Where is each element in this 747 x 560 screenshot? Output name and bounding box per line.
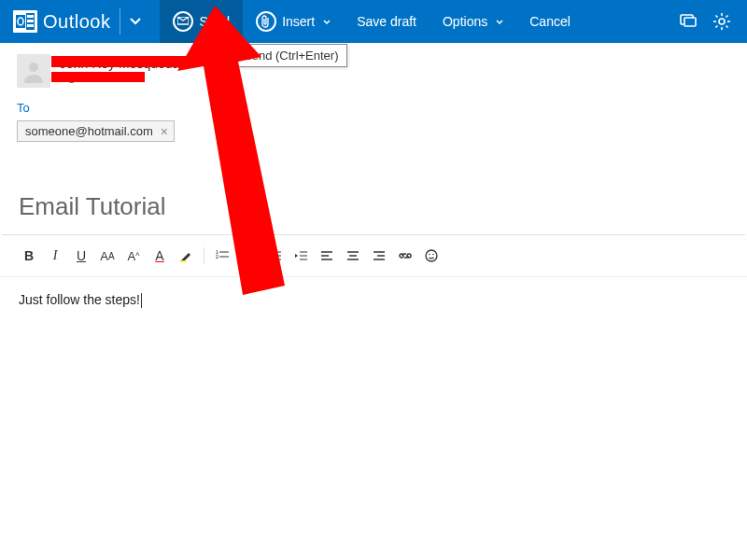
options-button[interactable]: Options: [430, 0, 516, 43]
message-body[interactable]: Just follow the steps!: [0, 277, 747, 323]
to-label[interactable]: To: [17, 101, 730, 115]
svg-rect-42: [400, 254, 403, 258]
emoji-button[interactable]: [419, 245, 444, 267]
align-left-button[interactable]: [315, 245, 339, 267]
separator: [204, 247, 204, 264]
link-button[interactable]: [393, 245, 417, 267]
svg-point-8: [719, 19, 725, 24]
cancel-button[interactable]: Cancel: [516, 0, 584, 43]
align-right-button[interactable]: [367, 245, 391, 267]
svg-line-16: [716, 26, 718, 28]
chevron-down-icon: [323, 17, 331, 27]
svg-rect-43: [407, 254, 411, 258]
svg-point-44: [426, 250, 437, 261]
to-field: To someone@hotmail.com ×: [0, 97, 747, 151]
redaction-bar: [51, 72, 145, 82]
svg-point-45: [429, 254, 430, 256]
bold-button[interactable]: B: [17, 245, 41, 267]
svg-rect-18: [180, 260, 186, 262]
send-icon: [173, 11, 193, 32]
options-label: Options: [443, 14, 487, 29]
gear-icon[interactable]: [713, 13, 730, 30]
outdent-button[interactable]: [262, 245, 287, 267]
underline-button[interactable]: U: [69, 245, 93, 267]
divider: [120, 8, 120, 35]
send-tooltip: Send (Ctrl+Enter): [235, 44, 347, 67]
compose-actions: Send Insert Save draft Options Cancel: [160, 0, 583, 43]
body-text: Just follow the steps!: [19, 292, 142, 307]
highlight-button[interactable]: [174, 245, 198, 267]
svg-point-46: [432, 254, 434, 256]
sender-row: John Rey Mosqueda a@hotmail.com: [0, 43, 747, 97]
italic-button[interactable]: I: [43, 245, 67, 267]
attachment-icon: [256, 11, 276, 32]
svg-rect-4: [27, 24, 34, 27]
font-size-button[interactable]: AA: [95, 245, 120, 267]
svg-line-14: [726, 26, 728, 28]
brand-area[interactable]: Outlook: [0, 0, 148, 43]
number-list-button[interactable]: 12: [210, 245, 234, 267]
send-button[interactable]: Send: [160, 0, 243, 43]
align-center-button[interactable]: [341, 245, 365, 267]
brand-name: Outlook: [43, 11, 110, 33]
cancel-label: Cancel: [529, 14, 571, 29]
app-topbar: Outlook Send Insert Save draft Options: [0, 0, 747, 43]
insert-label: Insert: [282, 14, 315, 29]
svg-line-13: [716, 16, 718, 18]
svg-rect-7: [684, 18, 696, 26]
svg-rect-2: [27, 15, 34, 18]
subject-row: [2, 170, 745, 235]
indent-button[interactable]: [289, 245, 313, 267]
subject-input[interactable]: [19, 192, 728, 221]
chat-icon[interactable]: [680, 13, 697, 30]
svg-text:2: 2: [216, 254, 218, 259]
insert-button[interactable]: Insert: [243, 0, 344, 43]
format-toolbar: B I U AA A^ A 12: [0, 235, 747, 277]
font-color-button[interactable]: A: [148, 245, 172, 267]
recipient-address: someone@hotmail.com: [25, 124, 153, 138]
svg-point-23: [243, 251, 246, 254]
chevron-down-icon: [496, 17, 503, 27]
svg-line-15: [726, 16, 728, 18]
svg-point-17: [29, 63, 38, 72]
save-draft-button[interactable]: Save draft: [344, 0, 430, 43]
svg-rect-3: [27, 20, 34, 22]
brand-menu-caret-icon[interactable]: [130, 15, 141, 28]
topbar-right: [680, 13, 747, 30]
remove-recipient-icon[interactable]: ×: [161, 125, 168, 138]
svg-point-24: [243, 256, 246, 259]
save-draft-label: Save draft: [357, 14, 416, 29]
superscript-button[interactable]: A^: [121, 245, 146, 267]
avatar: [17, 54, 50, 88]
outlook-logo-icon: [13, 10, 37, 33]
bullet-list-button[interactable]: [236, 245, 261, 267]
recipient-chip[interactable]: someone@hotmail.com ×: [17, 120, 175, 142]
send-label: Send: [199, 14, 230, 29]
redaction-bar: [51, 56, 187, 67]
